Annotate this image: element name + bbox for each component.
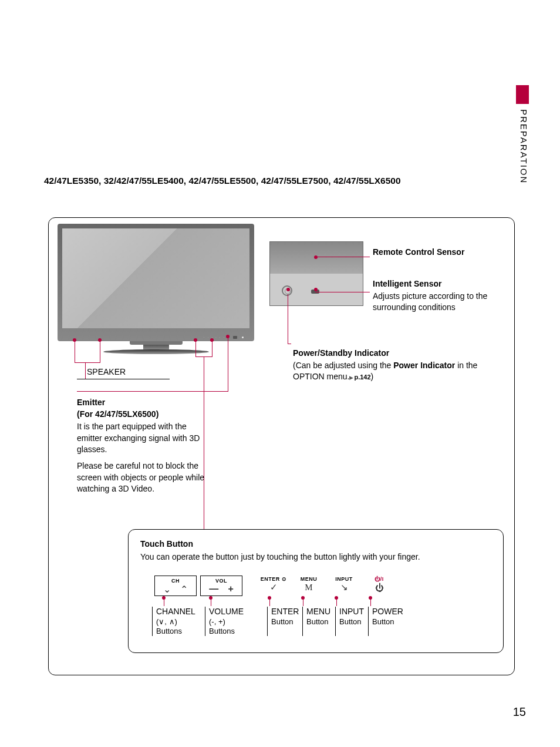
model-heading: 42/47LE5350, 32/42/47/55LE5400, 42/47/55… (44, 176, 401, 186)
enter-button: ENTER ⊙ ✓ (258, 576, 289, 593)
touch-button-desc: You can operate the button just by touch… (140, 552, 491, 561)
page-number: 15 (513, 705, 526, 719)
tv-illustration: · · · · · · · (58, 224, 254, 354)
channel-button-group: CH ⌄⌃ (154, 576, 197, 596)
minus-icon: — (209, 584, 218, 594)
sensor-closeup (269, 241, 363, 306)
input-button-desc: INPUT Button (335, 607, 365, 636)
touch-button-title: Touch Button (140, 539, 491, 549)
speaker-label: SPEAKER (87, 367, 126, 376)
volume-button-group: VOL —+ (200, 576, 242, 596)
menu-button-desc: MENU Button (302, 607, 332, 636)
power-standby-desc: (Can be adjusted using the Power Indicat… (293, 360, 504, 383)
power-button: ⏻/I ⏻ (363, 576, 395, 593)
intelligent-sensor-label: Intelligent Sensor (373, 279, 504, 288)
input-button: INPUT ↘ (328, 576, 360, 593)
input-icon: ↘ (340, 582, 348, 593)
chevron-down-icon: ⌄ (163, 584, 171, 595)
power-standby-label: Power/Standby Indicator (293, 348, 504, 358)
sensor-inset: Remote Control Sensor Intelligent Sensor… (269, 241, 504, 383)
emitter-description: Emitter (For 42/47/55LX6500) It is the p… (77, 397, 206, 495)
enter-button-desc: ENTER Button (267, 607, 299, 636)
section-tab (516, 85, 529, 104)
volume-button-desc: VOLUME (-, +) Buttons (205, 607, 249, 636)
power-icon: ⏻ (375, 583, 384, 593)
chevron-up-icon: ⌃ (180, 584, 188, 595)
menu-button: MENU M (293, 576, 325, 593)
diagram-container: · · · · · · · Remote (48, 217, 515, 675)
channel-button-desc: CHANNEL (∨, ∧) Buttons (152, 607, 201, 636)
menu-icon: M (305, 583, 312, 593)
plus-icon: + (228, 584, 233, 594)
section-label: PREPARATION (516, 107, 529, 184)
touch-button-panel: Touch Button You can operate the button … (128, 529, 504, 653)
power-button-desc: POWER Button (368, 607, 403, 636)
check-icon: ✓ (270, 582, 278, 593)
remote-sensor-label: Remote Control Sensor (373, 247, 504, 257)
intelligent-sensor-desc: Adjusts picture according to the surroun… (373, 291, 504, 313)
